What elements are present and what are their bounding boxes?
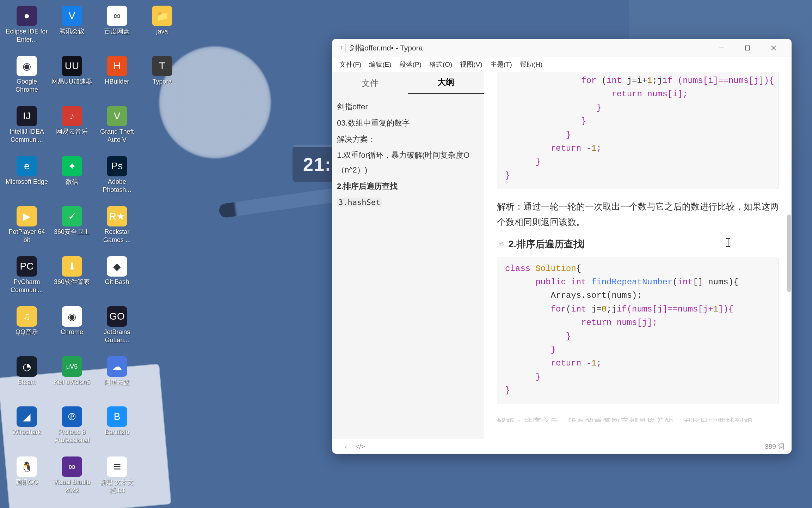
- desktop-icon[interactable]: TTypora: [140, 55, 185, 105]
- icon-label: 阿里云盘: [104, 378, 130, 386]
- app-icon: ◉: [62, 306, 82, 327]
- icon-label: Adobe Photosh...: [95, 178, 139, 194]
- tab-files[interactable]: 文件: [332, 78, 408, 94]
- app-icon: ◔: [17, 356, 37, 377]
- ibeam-cursor-icon: [728, 237, 729, 246]
- icon-label: 百度网盘: [104, 28, 130, 36]
- app-icon: 🐧: [17, 456, 37, 477]
- body-area: 文件 大纲 剑指offer 03.数组中重复的数字 解决方案： 1.双重for循…: [332, 72, 792, 439]
- app-icon: PC: [17, 256, 37, 277]
- desktop-icon[interactable]: ∞百度网盘: [94, 5, 140, 55]
- desktop-icon[interactable]: V腾讯会议: [49, 5, 94, 55]
- desktop-icon[interactable]: ✦微信: [49, 155, 94, 205]
- icon-label: 360软件管家: [54, 278, 90, 286]
- app-icon: ∞: [107, 6, 127, 26]
- menu-item[interactable]: 帮助(H): [516, 58, 546, 71]
- desktop-icon[interactable]: 📁java: [140, 5, 185, 55]
- menu-item[interactable]: 主题(T): [486, 58, 516, 71]
- outline-item-active[interactable]: 2.排序后遍历查找: [336, 178, 480, 194]
- outline-item[interactable]: 剑指offer: [336, 99, 480, 115]
- menu-item[interactable]: 编辑(E): [365, 58, 395, 71]
- editor-scrollbar[interactable]: [787, 214, 791, 292]
- icon-label: java: [156, 28, 168, 36]
- desktop-icon[interactable]: ✓360安全卫士: [49, 205, 94, 255]
- app-icon: ∞: [62, 456, 82, 477]
- outline-item[interactable]: 3.hashSet: [336, 194, 480, 211]
- editor-content[interactable]: for (int j=i+1;jif (nums[i]==nums[j]){ r…: [484, 72, 792, 439]
- heading-level-badge: h5: [497, 241, 505, 247]
- desktop-icon[interactable]: VGrand Theft Auto V: [94, 105, 140, 155]
- back-button[interactable]: ‹: [339, 443, 353, 450]
- word-count[interactable]: 389 词: [765, 442, 785, 451]
- menu-item[interactable]: 格式(O): [425, 58, 456, 71]
- minimize-button[interactable]: [708, 39, 734, 57]
- close-icon: [770, 45, 777, 51]
- typora-window: T 剑指offer.md• - Typora 文件(F)编辑(E)段落(P)格式…: [332, 39, 792, 454]
- app-icon: ⬇: [62, 256, 82, 277]
- desktop-icon[interactable]: R★Rockstar Games ...: [94, 205, 140, 255]
- desktop-icon[interactable]: ◆Git Bash: [94, 255, 140, 306]
- desktop-icon[interactable]: IJIntelliJ IDEA Communi...: [4, 105, 49, 155]
- menu-item[interactable]: 文件(F): [336, 58, 365, 71]
- window-controls: [708, 39, 787, 57]
- desktop-icon[interactable]: ℗Proteus 8 Professional: [49, 406, 94, 456]
- close-button[interactable]: [761, 39, 787, 57]
- desktop-icon[interactable]: μV5Keil uVision5: [49, 356, 94, 406]
- icon-label: Eclipse IDE for Enter...: [5, 28, 49, 43]
- source-mode-button[interactable]: </>: [353, 443, 367, 450]
- desktop-icon[interactable]: ∞Visual Studio 2022: [49, 456, 94, 506]
- desktop-icon[interactable]: ●Eclipse IDE for Enter...: [4, 5, 49, 55]
- minimize-icon: [718, 45, 725, 51]
- desktop-icon[interactable]: ♫QQ音乐: [4, 306, 49, 356]
- desktop-icon[interactable]: ◉Chrome: [49, 306, 94, 356]
- code-block-2[interactable]: class Solution{ public int findRepeatNum…: [497, 258, 779, 404]
- menu-item[interactable]: 视图(V): [456, 58, 486, 71]
- desktop-icon[interactable]: HHBuilder: [94, 55, 140, 105]
- desktop-icon[interactable]: ◔Steam: [4, 356, 49, 406]
- maximize-icon: [744, 45, 751, 51]
- code-block-1[interactable]: for (int j=i+1;jif (nums[i]==nums[j]){ r…: [497, 72, 779, 189]
- app-icon: ≣: [107, 456, 127, 477]
- sidebar: 文件 大纲 剑指offer 03.数组中重复的数字 解决方案： 1.双重for循…: [332, 72, 484, 439]
- desktop-icon[interactable]: ▶PotPlayer 64 bit: [4, 205, 49, 255]
- statusbar: ‹ </> 389 词: [332, 439, 792, 454]
- desktop-icon[interactable]: GOJetBrains GoLan...: [94, 306, 140, 356]
- desktop-icons-grid: ●Eclipse IDE for Enter...V腾讯会议∞百度网盘📁java…: [4, 5, 185, 506]
- icon-label: PyCharm Communi...: [5, 278, 49, 294]
- app-icon: ☁: [107, 356, 127, 377]
- maximize-button[interactable]: [734, 39, 761, 57]
- heading-5[interactable]: h5 2.排序后遍历查找: [497, 238, 779, 250]
- icon-label: 腾讯会议: [59, 28, 85, 36]
- desktop-icon[interactable]: ◉Google Chrome: [4, 55, 49, 105]
- editor[interactable]: for (int j=i+1;jif (nums[i]==nums[j]){ r…: [484, 72, 792, 439]
- outline-item[interactable]: 解决方案：: [336, 131, 480, 147]
- desktop-icon[interactable]: ≣新建 文本文档.txt: [94, 456, 140, 506]
- icon-label: HBuilder: [105, 78, 129, 86]
- desktop-icon[interactable]: BBandizip: [94, 406, 140, 456]
- desktop-icon[interactable]: PsAdobe Photosh...: [94, 155, 140, 205]
- icon-label: 新建 文本文档.txt: [95, 478, 139, 494]
- titlebar[interactable]: T 剑指offer.md• - Typora: [332, 39, 792, 57]
- analysis-paragraph-2-truncated[interactable]: 解析：排序之后，所有的重复数字都是挨着的，因此只需要找到相: [497, 414, 779, 422]
- desktop-icon[interactable]: ⬇360软件管家: [49, 255, 94, 306]
- tab-outline[interactable]: 大纲: [408, 77, 484, 94]
- icon-label: Rockstar Games ...: [95, 228, 139, 244]
- desktop-icon[interactable]: ☁阿里云盘: [94, 356, 140, 406]
- heading-text: 2.排序后遍历查找: [508, 238, 583, 250]
- app-icon: IJ: [17, 106, 37, 126]
- outline-code: 3.hashSet: [337, 198, 382, 207]
- icon-label: 网易云音乐: [56, 128, 88, 136]
- analysis-paragraph-1[interactable]: 解析：通过一轮一轮的一次取出一个数与它之后的数进行比较，如果这两个数相同则返回该…: [497, 199, 779, 230]
- desktop-icon[interactable]: ♪网易云音乐: [49, 105, 94, 155]
- menu-item[interactable]: 段落(P): [395, 58, 425, 71]
- app-icon: H: [107, 56, 127, 76]
- outline-item[interactable]: 1.双重for循环，暴力破解(时间复杂度O（n^2）): [336, 147, 480, 178]
- desktop-icon[interactable]: ◢Wireshark: [4, 406, 49, 456]
- desktop-icon[interactable]: 🐧腾讯QQ: [4, 456, 49, 506]
- desktop-icon[interactable]: UU网易UU加速器: [49, 55, 94, 105]
- desktop-icon[interactable]: eMicrosoft Edge: [4, 155, 49, 205]
- icon-label: QQ音乐: [16, 328, 38, 336]
- outline-item[interactable]: 03.数组中重复的数字: [336, 115, 480, 131]
- sidebar-tabs: 文件 大纲: [332, 72, 484, 94]
- desktop-icon[interactable]: PCPyCharm Communi...: [4, 255, 49, 306]
